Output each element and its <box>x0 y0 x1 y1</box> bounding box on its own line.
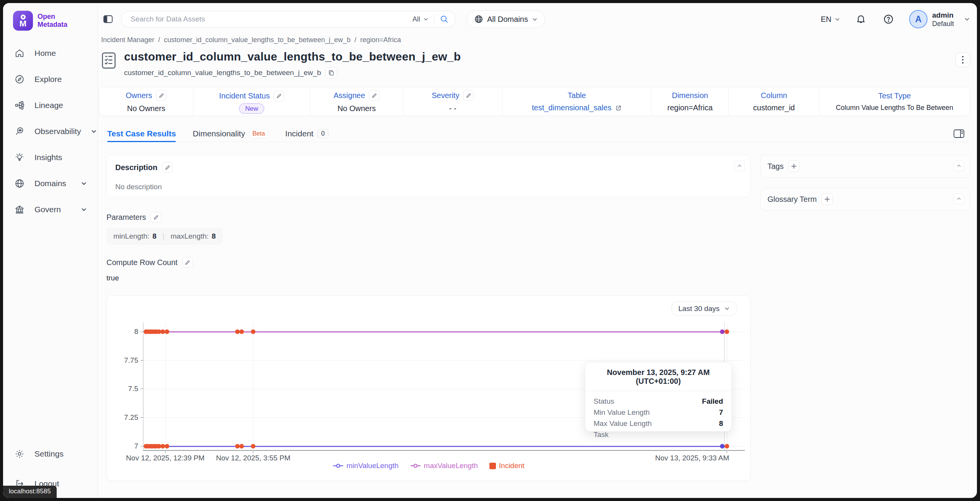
dimension-value: region=Africa <box>667 103 712 112</box>
tab-dimensionality[interactable]: Dimensionality Beta <box>193 125 268 142</box>
add-glossary-plus-icon[interactable] <box>821 193 833 205</box>
sidebar-item-govern[interactable]: Govern <box>15 202 98 217</box>
page-header: customer_id_column_value_lengths_to_be_b… <box>101 50 970 79</box>
sidebar-item-label: Observability <box>34 127 81 136</box>
compute-row-count-header: Compute Row Count <box>106 257 751 268</box>
sidebar-item-domains[interactable]: Domains <box>15 176 98 191</box>
globe-icon <box>15 178 25 188</box>
glossary-term-panel: Glossary Term <box>760 188 970 211</box>
param-name: maxLength: <box>171 232 209 241</box>
collapse-chevron-up-icon[interactable] <box>954 193 964 204</box>
app-window: M Open Metadata Home <box>3 3 977 498</box>
edit-pencil-icon[interactable] <box>182 257 193 268</box>
legend-max-value-length[interactable]: maxValueLength <box>410 462 478 470</box>
param-value: 8 <box>212 232 216 241</box>
column-value: customer_id <box>753 103 795 112</box>
edit-pencil-icon[interactable] <box>369 90 380 101</box>
breadcrumb-incident-manager[interactable]: Incident Manager <box>101 36 154 44</box>
user-menu[interactable]: A admin Default <box>909 10 970 28</box>
sidebar-item-explore[interactable]: Explore <box>15 72 98 87</box>
add-tag-plus-icon[interactable] <box>788 160 800 172</box>
avatar-initial: A <box>915 14 922 25</box>
y-tick: 7.75 <box>124 356 138 365</box>
chart-plot[interactable]: 8 7.75 7.5 7.25 7 Nov 12, 2025, 12:39 PM… <box>143 323 745 451</box>
edit-pencil-icon[interactable] <box>162 162 173 173</box>
panel-layout-toggle-icon[interactable] <box>953 129 965 139</box>
search-icon[interactable] <box>440 15 449 24</box>
table-link[interactable]: test_dimensional_sales <box>532 103 612 112</box>
summary-incident-status: Incident Status New <box>193 87 310 116</box>
table-label: Table <box>568 91 586 100</box>
top-navbar: All All Domains <box>99 3 970 35</box>
search-scope-select[interactable]: All <box>412 15 429 23</box>
title-block: customer_id_column_value_lengths_to_be_b… <box>124 50 461 79</box>
more-actions-kebab-icon[interactable] <box>955 52 970 67</box>
tab-content: Description No description Parameters <box>99 142 970 481</box>
user-team: Default <box>932 20 954 28</box>
summary-dimension: Dimension region=Africa <box>651 87 728 116</box>
status-url-bar: localhost:8585 <box>3 486 57 498</box>
owners-label: Owners <box>126 91 152 100</box>
copy-icon[interactable] <box>326 67 337 79</box>
sidebar-item-observability[interactable]: Observability <box>15 124 98 139</box>
test-type-label: Test Type <box>878 92 911 100</box>
sidebar-item-label: Govern <box>34 205 61 214</box>
sidebar-item-settings[interactable]: Settings <box>15 447 98 461</box>
y-tick: 8 <box>134 327 138 336</box>
collapse-chevron-up-icon[interactable] <box>954 160 964 171</box>
legend-min-value-length[interactable]: minValueLength <box>333 462 399 470</box>
sidebar-toggle-icon[interactable] <box>101 12 115 26</box>
tooltip-label: Max Value Length <box>594 418 652 429</box>
tab-label: Test Case Results <box>107 129 176 138</box>
edit-pencil-icon[interactable] <box>273 91 284 102</box>
app-logo[interactable]: M Open Metadata <box>3 11 98 31</box>
home-icon <box>15 48 25 58</box>
chart-legend: minValueLength maxValueLength Incident <box>107 462 750 470</box>
test-case-icon <box>101 52 116 69</box>
sidebar-item-insights[interactable]: Insights <box>15 150 98 165</box>
edit-pencil-icon[interactable] <box>463 90 474 101</box>
legend-incident[interactable]: Incident <box>489 462 525 470</box>
y-tick: 7.5 <box>128 385 138 393</box>
status-badge[interactable]: New <box>239 103 264 114</box>
search-input[interactable] <box>131 15 412 23</box>
chevron-down-icon <box>91 128 97 134</box>
parameters-label: Parameters <box>106 213 146 222</box>
parameters-header: Parameters <box>106 212 751 223</box>
test-result-chart-card: Last 30 days 8 7.75 7.5 <box>106 295 751 481</box>
bank-icon <box>15 205 25 214</box>
edit-pencil-icon[interactable] <box>156 90 167 101</box>
notifications-bell-icon[interactable] <box>854 12 868 26</box>
sidebar-item-home[interactable]: Home <box>15 46 98 61</box>
sidebar-item-label: Settings <box>34 449 64 458</box>
severity-value: - - <box>449 104 456 113</box>
help-icon[interactable] <box>882 12 895 26</box>
tab-test-case-results[interactable]: Test Case Results <box>107 125 176 142</box>
incident-count-badge: 0 <box>317 129 328 138</box>
brand-line2: Metadata <box>38 21 67 29</box>
description-empty-text: No description <box>115 183 742 191</box>
breadcrumb-test-case[interactable]: customer_id_column_value_lengths_to_be_b… <box>164 36 350 44</box>
line-marker-icon <box>410 463 421 468</box>
summary-assignee: Assignee No Owners <box>310 87 403 116</box>
breadcrumb-dimension[interactable]: region=Africa <box>360 36 401 44</box>
chevron-down-icon <box>81 180 87 187</box>
brand-text: Open Metadata <box>38 13 67 29</box>
tab-incident[interactable]: Incident 0 <box>285 125 329 142</box>
tab-label: Incident <box>285 129 314 138</box>
collapse-chevron-up-icon[interactable] <box>734 160 745 171</box>
summary-owners: Owners No Owners <box>99 87 193 116</box>
sidebar-item-lineage[interactable]: Lineage <box>15 98 98 113</box>
external-link-icon[interactable] <box>615 105 622 111</box>
user-name: admin <box>932 11 954 20</box>
column-label: Column <box>761 91 787 100</box>
tags-panel: Tags <box>760 155 970 178</box>
time-range-select[interactable]: Last 30 days <box>671 301 737 316</box>
summary-severity: Severity - - <box>403 87 502 116</box>
language-select[interactable]: EN <box>821 15 840 24</box>
summary-table: Table test_dimensional_sales <box>502 87 651 116</box>
avatar: A <box>909 10 928 28</box>
all-domains-button[interactable]: All Domains <box>467 10 545 28</box>
edit-pencil-icon[interactable] <box>151 212 161 223</box>
chart-tooltip: November 13, 2025, 9:27 AM (UTC+01:00) S… <box>585 362 732 432</box>
